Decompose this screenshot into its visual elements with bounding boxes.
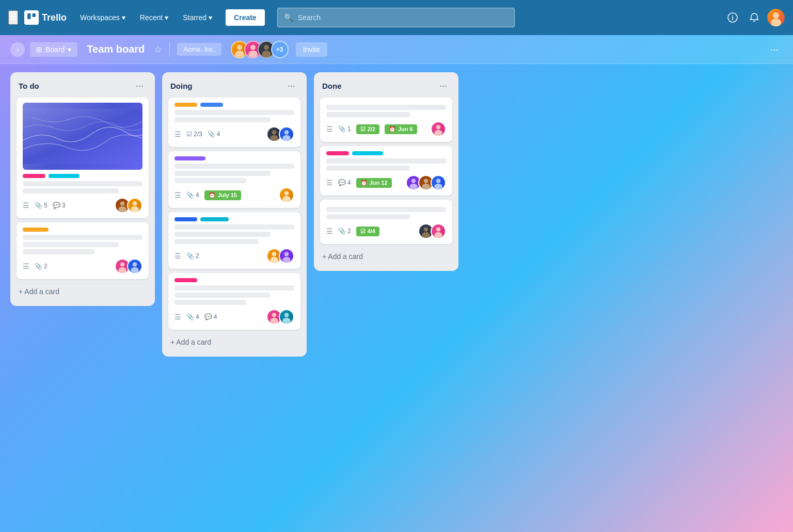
label-blue2 <box>175 217 197 221</box>
create-button[interactable]: Create <box>226 9 265 26</box>
svg-point-31 <box>272 313 277 317</box>
add-card-doing[interactable]: + Add a card <box>168 334 300 350</box>
card-done-2[interactable]: ☰ 💬 4 ⏰ Jun 12 <box>320 146 452 196</box>
card-text-line <box>175 224 294 230</box>
notifications-button[interactable] <box>746 9 763 26</box>
column-done-header: Done ··· <box>320 78 452 93</box>
board-more-button[interactable]: ··· <box>766 41 783 57</box>
add-card-done[interactable]: + Add a card <box>320 248 452 265</box>
svg-point-34 <box>282 318 291 324</box>
svg-point-25 <box>284 191 289 196</box>
list-icon: ☰ <box>23 262 29 270</box>
svg-point-39 <box>424 179 429 183</box>
svg-point-11 <box>262 51 271 57</box>
card-avatar-3[interactable] <box>431 175 446 190</box>
card-footer: ☰ 💬 4 ⏰ Jun 12 <box>326 175 446 190</box>
column-todo-menu[interactable]: ··· <box>133 79 147 92</box>
svg-point-5 <box>771 19 781 26</box>
search-icon: 🔍 <box>284 13 294 22</box>
card-done-3[interactable]: ☰ 📎 2 ☑ 4/4 <box>320 200 452 244</box>
card-avatar-1[interactable] <box>431 121 446 137</box>
column-doing-menu[interactable]: ··· <box>284 79 298 92</box>
member-avatar-more[interactable]: +3 <box>271 41 289 58</box>
card-todo-1[interactable]: ☰ 📎 5 💬 3 <box>17 98 149 218</box>
workspaces-menu[interactable]: Workspaces ▾ <box>75 10 131 25</box>
sidebar-toggle[interactable]: › <box>10 42 25 57</box>
card-text-line <box>175 285 294 291</box>
add-card-todo[interactable]: + Add a card <box>17 283 149 300</box>
star-button[interactable]: ☆ <box>154 44 162 55</box>
svg-point-28 <box>270 257 278 263</box>
card-done-2-labels <box>326 151 446 155</box>
recent-menu[interactable]: Recent ▾ <box>135 10 173 25</box>
card-cover-image <box>23 103 142 170</box>
check-icon: ☑ <box>360 228 366 235</box>
comment-count: 💬 4 <box>204 313 217 320</box>
label-orange <box>175 103 197 107</box>
card-todo-1-labels <box>23 174 142 178</box>
svg-point-20 <box>131 267 139 273</box>
card-doing-4[interactable]: ☰ 📎 4 💬 4 <box>168 273 300 330</box>
check-badge: ☑ 4/4 <box>356 227 379 236</box>
invite-button[interactable]: Invite <box>296 42 327 57</box>
card-avatar-2[interactable] <box>279 248 294 264</box>
due-date-value: July 15 <box>218 192 237 198</box>
comment-count: 💬 3 <box>53 202 66 209</box>
card-text-line <box>23 235 142 240</box>
card-avatars <box>266 126 294 142</box>
card-doing-1-labels <box>175 103 294 107</box>
attachment-count: 📎 4 <box>186 191 199 199</box>
svg-point-10 <box>264 45 269 50</box>
search-input[interactable] <box>298 13 508 22</box>
workspace-chip[interactable]: Acme, Inc. <box>177 43 221 56</box>
card-avatar-2[interactable] <box>279 126 294 142</box>
card-footer: ☰ 📎 4 ⏰ July 15 <box>175 187 294 203</box>
card-avatar-2[interactable] <box>127 259 142 274</box>
board-view-chevron: ▾ <box>68 45 71 54</box>
card-avatar-1[interactable] <box>279 187 294 203</box>
label-yellow <box>23 228 49 232</box>
card-avatar-2[interactable] <box>279 309 294 325</box>
clock-icon: ⏰ <box>360 180 368 186</box>
attachment-count: 📎 4 <box>186 313 199 320</box>
card-done-1[interactable]: ☰ 📎 1 ☑ 2/2 ⏰ Jun 6 <box>320 98 452 142</box>
due-date: ⏰ July 15 <box>204 190 241 200</box>
card-text-line <box>175 117 271 122</box>
card-footer: ☰ ☑ 2/3 📎 4 <box>175 126 294 142</box>
card-text-line <box>23 181 142 186</box>
user-avatar[interactable] <box>767 9 785 26</box>
board-title: Team board <box>87 43 145 55</box>
svg-point-23 <box>284 130 289 135</box>
column-todo-title: To do <box>19 82 39 90</box>
card-todo-2-labels <box>23 228 142 232</box>
info-button[interactable]: i <box>724 9 741 26</box>
starred-menu[interactable]: Starred ▾ <box>178 10 217 25</box>
svg-rect-1 <box>33 13 36 17</box>
svg-point-21 <box>272 130 277 135</box>
card-text-line <box>326 105 446 110</box>
attachment-icon: 📎 <box>338 228 346 235</box>
comment-icon: 💬 <box>53 202 60 209</box>
card-avatar-2[interactable] <box>431 223 446 239</box>
board-view-button[interactable]: ⊞ Board ▾ <box>30 42 77 57</box>
attachment-count: 📎 2 <box>186 252 199 260</box>
card-meta: ☰ 📎 1 ☑ 2/2 ⏰ Jun 6 <box>326 124 417 134</box>
svg-point-24 <box>282 135 291 141</box>
card-doing-1[interactable]: ☰ ☑ 2/3 📎 4 <box>168 98 300 147</box>
recent-chevron: ▾ <box>165 13 168 22</box>
svg-point-38 <box>409 184 418 190</box>
card-text-line <box>326 158 446 164</box>
card-avatar-2[interactable] <box>127 198 142 213</box>
svg-rect-0 <box>27 13 31 19</box>
card-doing-2[interactable]: ☰ 📎 4 ⏰ July 15 <box>168 151 300 208</box>
card-doing-3[interactable]: ☰ 📎 2 <box>168 212 300 269</box>
card-footer: ☰ 📎 4 💬 4 <box>175 309 294 325</box>
list-icon: ☰ <box>175 130 181 138</box>
card-meta: ☰ 📎 4 ⏰ July 15 <box>175 190 241 200</box>
logo[interactable]: Trello <box>24 10 67 25</box>
grid-icon[interactable]: ⠿ <box>8 10 18 25</box>
svg-point-4 <box>773 12 779 19</box>
navbar: ⠿ Trello Workspaces ▾ Recent ▾ Starred ▾… <box>0 0 793 35</box>
card-todo-2[interactable]: ☰ 📎 2 <box>17 222 149 279</box>
column-done-menu[interactable]: ··· <box>436 79 450 92</box>
